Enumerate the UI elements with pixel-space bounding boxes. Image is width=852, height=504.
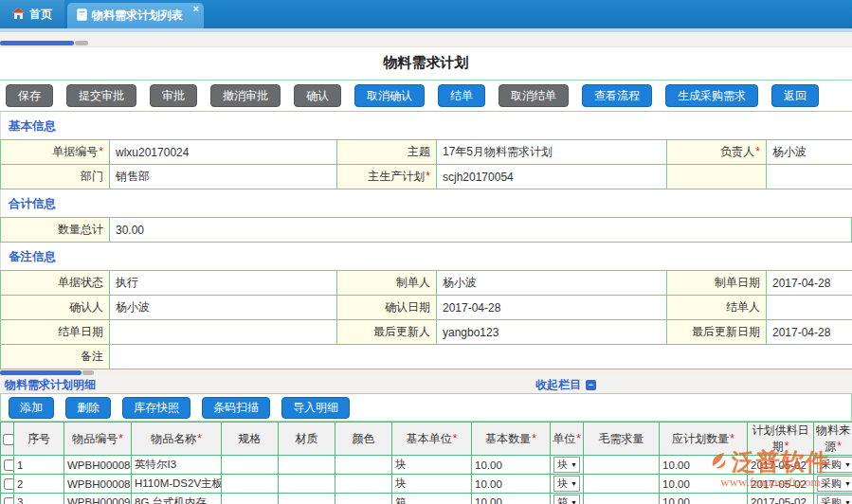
owner-field[interactable]: 杨小波 <box>767 140 852 165</box>
cell-color <box>335 475 392 494</box>
subject-field[interactable]: 17年5月物料需求计划 <box>437 140 667 165</box>
col-source-header: 物料来源 <box>814 423 852 456</box>
close-order-button[interactable]: 结单 <box>438 84 485 107</box>
cell-base-unit: 块 <box>392 475 472 494</box>
table-row: 确认人 杨小波 确认日期 2017-04-28 结单人 <box>1 296 852 320</box>
closer-label: 结单人 <box>726 300 760 314</box>
cell-base-qty: 10.00 <box>472 456 551 475</box>
tab-material-plan-list[interactable]: 物料需求计划列表 × <box>67 3 204 28</box>
mps-field[interactable]: scjh20170054 <box>437 165 667 189</box>
col-item-code-header: 物品编号 <box>64 423 132 456</box>
col-material-header: 材质 <box>279 423 335 456</box>
cell-gross-demand <box>584 475 660 494</box>
source-select[interactable]: 采购 <box>817 495 852 504</box>
make-date-label: 制单日期 <box>715 276 760 289</box>
section-basic-title: 基本信息 <box>0 112 852 139</box>
dept-field[interactable]: 销售部 <box>110 165 337 189</box>
detail-section-title: 物料需求计划明细 <box>0 378 96 391</box>
horizontal-scrollbar-segment[interactable] <box>82 370 94 375</box>
horizontal-scrollbar-thumb[interactable] <box>0 370 82 375</box>
table-row: 部门 销售部 主生产计划 scjh20170054 <box>1 165 852 189</box>
owner-label: 负责人 <box>720 145 760 158</box>
cell-base-qty: 10.00 <box>472 475 551 494</box>
source-select[interactable]: 采购 <box>817 476 852 492</box>
cell-item-code: WPBH000088 <box>64 475 132 494</box>
submit-approval-button[interactable]: 提交审批 <box>66 84 136 107</box>
document-icon <box>77 9 87 24</box>
detail-section-header: 物料需求计划明细 收起栏目 − <box>0 376 852 393</box>
select-all-checkbox[interactable] <box>3 434 14 445</box>
confirm-button[interactable]: 确认 <box>294 84 341 107</box>
row-checkbox[interactable] <box>4 459 14 471</box>
top-scroll-area <box>0 32 852 47</box>
closer-field <box>767 296 852 320</box>
col-plan-qty-header: 应计划数量 <box>660 423 748 456</box>
cell-supply-date[interactable]: 2017-05-02 <box>748 475 814 494</box>
add-row-button[interactable]: 添加 <box>9 397 54 419</box>
cell-material <box>279 475 335 494</box>
cancel-close-order-button[interactable]: 取消结单 <box>499 84 569 107</box>
tab-bar: 首页 物料需求计划列表 × <box>0 0 852 28</box>
last-update-date-label: 最后更新日期 <box>692 325 760 338</box>
cell-spec <box>222 494 279 504</box>
detail-toolbar: 添加 删除 库存快照 条码扫描 导入明细 <box>0 393 852 422</box>
source-select[interactable]: 采购 <box>817 457 852 473</box>
col-gross-demand-header: 毛需求量 <box>584 423 660 456</box>
cell-supply-date[interactable]: 2017-05-02 <box>748 494 814 504</box>
col-item-name-header: 物品名称 <box>132 423 222 456</box>
close-icon[interactable]: × <box>193 3 199 14</box>
doc-no-field[interactable]: wlxu20170024 <box>110 140 337 165</box>
collapse-icon: − <box>586 380 596 390</box>
view-workflow-button[interactable]: 查看流程 <box>582 84 652 107</box>
cell-material <box>279 456 335 475</box>
import-detail-button[interactable]: 导入明细 <box>281 397 350 419</box>
inventory-snapshot-button[interactable]: 库存快照 <box>122 397 190 419</box>
cancel-confirm-button[interactable]: 取消确认 <box>354 84 425 107</box>
delete-row-button[interactable]: 删除 <box>65 397 111 419</box>
row-checkbox[interactable] <box>4 478 14 490</box>
generate-purchase-demand-button[interactable]: 生成采购需求 <box>665 84 758 107</box>
section-remark-title: 备注信息 <box>0 243 852 270</box>
col-base-qty-header: 基本数量 <box>472 423 551 456</box>
confirmer-field: 杨小波 <box>110 296 337 320</box>
row-checkbox[interactable] <box>4 497 14 504</box>
note-field[interactable] <box>110 345 852 369</box>
detail-table: 序号 物品编号 物品名称 规格 材质 颜色 基本单位 基本数量 单位 毛需求量 … <box>0 422 852 504</box>
table-row: 数量总计 30.00 <box>1 218 852 243</box>
cell-gross-demand <box>584 456 660 475</box>
cell-supply-date[interactable]: 2017-05-02 <box>748 456 814 475</box>
status-field: 执行 <box>110 271 337 296</box>
table-row: 3 WPBH000093 8G 台式机内存 箱 10.00 箱 10.00 20… <box>1 494 852 504</box>
cell-item-name: 英特尔I3 <box>132 456 222 475</box>
section-total-title: 合计信息 <box>0 189 852 217</box>
cell-spec <box>222 475 279 494</box>
collapse-columns-toggle[interactable]: 收起栏目 − <box>535 376 596 393</box>
revoke-approval-button[interactable]: 撤消审批 <box>210 84 281 107</box>
cell-seq: 2 <box>14 475 64 494</box>
unit-select[interactable]: 箱 <box>553 495 580 504</box>
approve-button[interactable]: 审批 <box>150 84 197 107</box>
subject-label: 主题 <box>408 145 430 158</box>
confirm-date-field: 2017-04-28 <box>437 296 667 320</box>
unit-select[interactable]: 块 <box>553 476 580 492</box>
cell-plan-qty: 10.00 <box>660 456 748 475</box>
tab-home[interactable]: 首页 <box>0 0 64 28</box>
cell-seq: 1 <box>14 456 64 475</box>
save-button[interactable]: 保存 <box>6 84 53 107</box>
back-button[interactable]: 返回 <box>771 84 819 107</box>
unit-select[interactable]: 块 <box>553 457 580 473</box>
horizontal-scrollbar-segment[interactable] <box>75 41 88 45</box>
home-icon <box>12 8 25 22</box>
barcode-scan-button[interactable]: 条码扫描 <box>202 397 270 419</box>
horizontal-scrollbar-thumb[interactable] <box>0 41 74 45</box>
collapse-label: 收起栏目 <box>535 376 581 393</box>
make-date-field: 2017-04-28 <box>767 271 852 296</box>
close-date-label: 结单日期 <box>58 325 103 338</box>
tab-home-label: 首页 <box>29 7 52 23</box>
table-row: 单据状态 执行 制单人 杨小波 制单日期 2017-04-28 <box>1 271 852 296</box>
qty-total-label: 数量总计 <box>58 223 103 236</box>
cell-gross-demand <box>584 494 660 504</box>
table-row: 1 WPBH000084 英特尔I3 块 10.00 块 10.00 2017-… <box>1 456 852 475</box>
cell-item-code: WPBH000093 <box>64 494 132 504</box>
last-update-date-field: 2017-04-28 <box>767 320 852 345</box>
